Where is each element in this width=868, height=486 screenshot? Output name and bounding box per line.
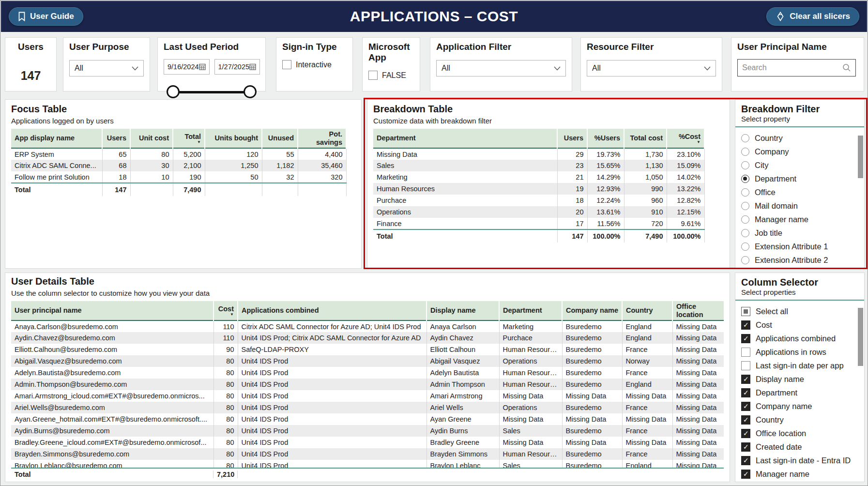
column-header-total-cost[interactable]: Total cost	[624, 129, 667, 148]
date-range-slider[interactable]	[167, 85, 257, 99]
checkbox-option-created-date[interactable]: Created date	[741, 440, 858, 454]
table-cell: 1,182	[262, 160, 298, 171]
checkbox-option-applications-in-rows[interactable]: Applications in rows	[741, 345, 858, 359]
radio-option-manager-name[interactable]: Manager name	[741, 213, 858, 226]
table-row[interactable]: Adelyn.Bautista@bsuredemo.com80Unit4 IDS…	[11, 367, 724, 379]
breakdown-filter-title: Breakdown Filter	[741, 104, 858, 115]
column-header-app-display-name[interactable]: App display name	[11, 129, 102, 148]
table-row[interactable]: Anaya.Carlson@bsuredemo.com110Citrix ADC…	[11, 320, 724, 332]
start-date-input[interactable]: 9/16/2024	[164, 59, 210, 75]
radio-option-department[interactable]: Department	[741, 172, 858, 185]
table-row[interactable]: Sales2315.65%1,13015.09%	[373, 160, 704, 171]
option-label: Company name	[756, 402, 812, 411]
table-row[interactable]: Finance1711.56%7209.61%	[373, 218, 704, 229]
checkbox-option-last-sign-in-date-entra-id[interactable]: Last sign-in date - Entra ID	[741, 454, 858, 467]
table-cell: Missing Data	[672, 344, 724, 355]
total-label: Total	[11, 471, 213, 478]
checkbox-option-applications-combined[interactable]: Applications combined	[741, 332, 858, 345]
radio-option-country[interactable]: Country	[741, 131, 858, 145]
table-row[interactable]: ERP System65805,200120554,400	[11, 148, 346, 160]
checkbox-option-country[interactable]: Country	[741, 413, 858, 426]
scrollbar-thumb[interactable]	[858, 136, 863, 178]
checkbox-option-office-location[interactable]: Office location	[741, 426, 858, 440]
user-guide-button[interactable]: User Guide	[9, 7, 83, 26]
checkbox-option-department[interactable]: Department	[741, 386, 858, 399]
table-row[interactable]: Bradley.Greene_icloud.com#EXT#@bsuredemo…	[11, 437, 724, 448]
checkbox-option-display-name[interactable]: Display name	[741, 372, 858, 386]
checkbox-option-cost[interactable]: Cost	[741, 318, 858, 332]
radio-option-extension-attribute-1[interactable]: Extension Attribute 1	[741, 240, 858, 253]
table-row[interactable]: Citrix ADC SAML Conne...68302,1001,2501,…	[11, 160, 346, 171]
upn-search-input[interactable]	[742, 63, 842, 72]
column-header-company-name[interactable]: Company name	[562, 301, 622, 320]
breakdown-table: DepartmentUsers%UsersTotal cost%Cost▼Mis…	[373, 129, 724, 243]
column-header-units-bought[interactable]: Units bought	[205, 129, 262, 148]
end-date-input[interactable]: 1/27/2025	[214, 59, 260, 75]
upn-search-box[interactable]	[737, 59, 856, 76]
slider-handle-start[interactable]	[167, 85, 180, 98]
option-label: Display name	[756, 375, 804, 384]
table-row[interactable]: Purchace1812.24%96012.82%	[373, 195, 704, 206]
column-header-department[interactable]: Department	[499, 301, 562, 320]
table-row[interactable]: Marketing2114.29%1,05014.02%	[373, 171, 704, 183]
column-header-users[interactable]: Users	[102, 129, 130, 148]
column-header-cost[interactable]: %Cost▼	[667, 129, 704, 148]
column-selector-scrollbar[interactable]	[858, 305, 863, 479]
column-header-user-principal-name[interactable]: User principal name	[11, 301, 213, 320]
table-row[interactable]: Amari.Armstrong_icloud.com#EXT#@bsuredem…	[11, 390, 724, 402]
table-row[interactable]: Ariel.Wells@bsuredemo.com80Unit4 IDS Pro…	[11, 402, 724, 413]
radio-option-mail-domain[interactable]: Mail domain	[741, 199, 858, 213]
application-filter-dropdown[interactable]: All	[436, 60, 566, 76]
user-purpose-dropdown[interactable]: All	[69, 60, 144, 76]
slider-handle-end[interactable]	[244, 85, 257, 98]
page-title: APPLICATIONS – COST	[1, 8, 867, 25]
false-checkbox-option[interactable]: FALSE	[368, 71, 414, 80]
table-cell: Operations	[499, 355, 562, 367]
resource-filter-dropdown[interactable]: All	[587, 60, 716, 76]
scrollbar-thumb[interactable]	[858, 308, 863, 366]
table-cell: France	[622, 448, 672, 460]
table-row[interactable]: Brayden.Simmons@bsuredemo.com80Unit4 IDS…	[11, 448, 724, 460]
table-cell: Aydin Chavez	[426, 332, 499, 344]
radio-option-job-title[interactable]: Job title	[741, 226, 858, 240]
checkbox-option-last-sign-in-date-per-app[interactable]: Last sign-in date per app	[741, 359, 858, 372]
interactive-checkbox-option[interactable]: Interactive	[282, 60, 347, 69]
table-cell: 1,050	[624, 171, 667, 183]
radio-option-company[interactable]: Company	[741, 145, 858, 158]
column-header-cost[interactable]: Cost▼	[213, 301, 238, 320]
column-header-users[interactable]: %Users	[587, 129, 624, 148]
table-row[interactable]: Operations2013.61%91012.15%	[373, 206, 704, 218]
checkbox-option-manager-name[interactable]: Manager name	[741, 467, 858, 481]
table-row[interactable]: Aydin.Burns@bsuredemo.com80Unit4 IDS Pro…	[11, 425, 724, 437]
table-row[interactable]: Braylon.Leblanc@bsuredemo.com80Unit4 IDS…	[11, 460, 724, 468]
table-cell: 80	[213, 437, 238, 448]
column-header-country[interactable]: Country	[622, 301, 672, 320]
table-row[interactable]: Missing Data2919.73%1,73023.10%	[373, 148, 704, 160]
user-details-title: User Details Table	[11, 276, 724, 287]
column-header-office-location[interactable]: Office location	[672, 301, 724, 320]
table-row[interactable]: Aydin.Chavez@bsuredemo.com110Unit4 IDS P…	[11, 332, 724, 344]
table-row[interactable]: Follow me print Solution18101905032320	[11, 171, 346, 183]
checkbox-icon	[741, 456, 750, 465]
table-row[interactable]: Admin.Thompson@bsuredemo.com80Unit4 IDS …	[11, 379, 724, 390]
radio-option-extension-attribute-2[interactable]: Extension Attribute 2	[741, 253, 858, 267]
checkbox-option-select-all[interactable]: Select all	[741, 304, 858, 318]
column-header-pot-savings[interactable]: Pot. savings	[298, 129, 346, 148]
column-header-department[interactable]: Department	[373, 129, 557, 148]
checkbox-option-company-name[interactable]: Company name	[741, 399, 858, 413]
table-row[interactable]: Abigail.Vasquez@bsuredemo.com80Unit4 IDS…	[11, 355, 724, 367]
radio-option-office[interactable]: Office	[741, 185, 858, 199]
breakdown-filter-scrollbar[interactable]	[858, 132, 863, 266]
column-header-users[interactable]: Users	[557, 129, 587, 148]
column-header-applications-combined[interactable]: Applications combined	[238, 301, 426, 320]
column-header-unit-cost[interactable]: Unit cost	[130, 129, 173, 148]
clear-all-slicers-button[interactable]: Clear all slicers	[766, 7, 859, 26]
radio-option-city[interactable]: City	[741, 158, 858, 172]
table-row[interactable]: Ayan.Greene_hotmail.com#EXT#@bsuredemo.o…	[11, 413, 724, 425]
table-row[interactable]: Elliott.Calhoun@bsuredemo.com90SafeQ-LDA…	[11, 344, 724, 355]
column-header-display-name[interactable]: Display name	[426, 301, 499, 320]
table-cell: Human Resources	[499, 344, 562, 355]
column-header-unused[interactable]: Unused	[262, 129, 298, 148]
table-row[interactable]: Human Resources1912.93%99013.22%	[373, 183, 704, 195]
column-header-total[interactable]: Total▼	[173, 129, 205, 148]
